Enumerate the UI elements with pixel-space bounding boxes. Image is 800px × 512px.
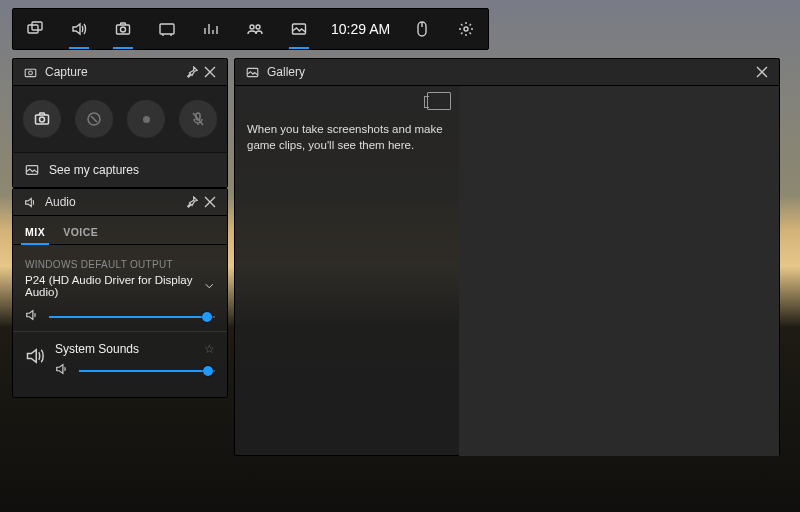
svg-point-13	[40, 117, 45, 122]
close-icon[interactable]	[201, 193, 219, 211]
svg-rect-0	[28, 25, 38, 33]
gallery-preview	[459, 86, 779, 456]
output-device-name: P24 (HD Audio Driver for Display Audio)	[25, 274, 204, 298]
gallery-panel: Gallery When you take screenshots and ma…	[234, 58, 780, 456]
audio-tabs: MIX VOICE	[13, 216, 227, 245]
favorite-icon[interactable]: ☆	[204, 342, 215, 356]
mic-toggle-button[interactable]	[179, 100, 217, 138]
audio-body: WINDOWS DEFAULT OUTPUT P24 (HD Audio Dri…	[13, 245, 227, 397]
tab-mix[interactable]: MIX	[23, 222, 47, 244]
game-bar-toolbar: 10:29 AM	[12, 8, 489, 50]
svg-rect-1	[32, 22, 42, 30]
output-device-dropdown[interactable]: P24 (HD Audio Driver for Display Audio)	[25, 274, 215, 298]
gallery-button[interactable]	[277, 9, 321, 49]
performance-button[interactable]	[145, 9, 189, 49]
xbox-social-button[interactable]	[233, 9, 277, 49]
screenshot-button[interactable]	[23, 100, 61, 138]
gallery-title: Gallery	[267, 65, 305, 79]
gallery-link-icon	[23, 161, 41, 179]
close-icon[interactable]	[753, 63, 771, 81]
output-label: WINDOWS DEFAULT OUTPUT	[25, 259, 215, 270]
pin-icon[interactable]	[183, 63, 201, 81]
clock: 10:29 AM	[321, 21, 400, 37]
widgets-button[interactable]	[13, 9, 57, 49]
volume-icon[interactable]	[55, 362, 71, 379]
system-sounds-section: System Sounds ☆	[13, 331, 227, 385]
svg-rect-4	[160, 24, 174, 34]
capture-button[interactable]	[101, 9, 145, 49]
svg-rect-10	[25, 69, 36, 76]
see-captures-button[interactable]: See my captures	[13, 152, 227, 187]
gallery-header: Gallery	[235, 59, 779, 86]
record-last-button[interactable]	[75, 100, 113, 138]
record-dot-icon	[143, 116, 150, 123]
master-volume-slider[interactable]	[49, 310, 215, 324]
mouse-button[interactable]	[400, 9, 444, 49]
system-volume-row	[55, 362, 215, 379]
capture-header: Capture	[13, 59, 227, 86]
svg-point-11	[28, 71, 32, 75]
svg-point-6	[256, 25, 260, 29]
system-volume-slider[interactable]	[79, 364, 215, 378]
capture-panel: Capture See my captures	[12, 58, 228, 188]
chevron-down-icon	[204, 280, 215, 292]
svg-point-3	[121, 27, 126, 32]
tab-voice[interactable]: VOICE	[61, 222, 100, 244]
gallery-icon	[243, 63, 261, 81]
capture-title: Capture	[45, 65, 88, 79]
resources-button[interactable]	[189, 9, 233, 49]
gallery-list: When you take screenshots and make game …	[235, 86, 459, 456]
speaker-icon	[25, 342, 45, 385]
close-icon[interactable]	[201, 63, 219, 81]
audio-icon	[21, 193, 39, 211]
audio-header: Audio	[13, 189, 227, 216]
capture-icon	[21, 63, 39, 81]
svg-point-5	[250, 25, 254, 29]
volume-icon[interactable]	[25, 308, 41, 325]
audio-button[interactable]	[57, 9, 101, 49]
gallery-empty-message: When you take screenshots and make game …	[247, 122, 447, 153]
settings-button[interactable]	[444, 9, 488, 49]
svg-point-9	[464, 27, 468, 31]
master-volume-row	[25, 308, 215, 325]
capture-body	[13, 86, 227, 152]
thumbnail-placeholder-icon	[427, 92, 451, 110]
pin-icon[interactable]	[183, 193, 201, 211]
gallery-body: When you take screenshots and make game …	[235, 86, 779, 456]
record-button[interactable]	[127, 100, 165, 138]
system-sounds-label: System Sounds	[55, 342, 139, 356]
audio-title: Audio	[45, 195, 76, 209]
see-captures-label: See my captures	[49, 163, 139, 177]
audio-panel: Audio MIX VOICE WINDOWS DEFAULT OUTPUT P…	[12, 188, 228, 398]
